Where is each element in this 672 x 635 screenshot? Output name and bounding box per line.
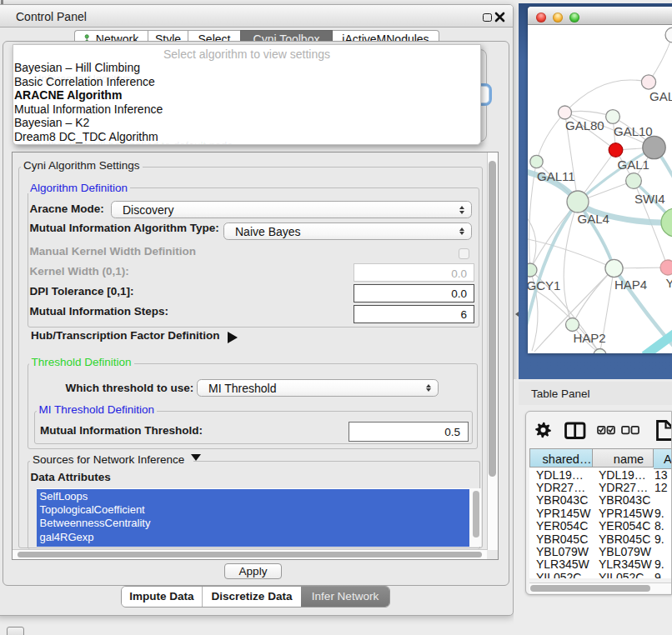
svg-text:GAL11: GAL11 [537, 169, 575, 183]
svg-text:GAL: GAL [649, 89, 672, 103]
svg-text:GAL80: GAL80 [565, 118, 604, 132]
svg-text:GCY1: GCY1 [528, 278, 560, 292]
svg-text:HAP4: HAP4 [614, 278, 647, 292]
svg-text:GAL10: GAL10 [614, 124, 653, 138]
svg-text:GAL4: GAL4 [578, 212, 609, 226]
svg-text:HAP2: HAP2 [574, 331, 606, 345]
svg-text:GAL1: GAL1 [618, 158, 649, 172]
svg-text:Y: Y [666, 276, 672, 290]
svg-text:SWI4: SWI4 [634, 192, 665, 206]
